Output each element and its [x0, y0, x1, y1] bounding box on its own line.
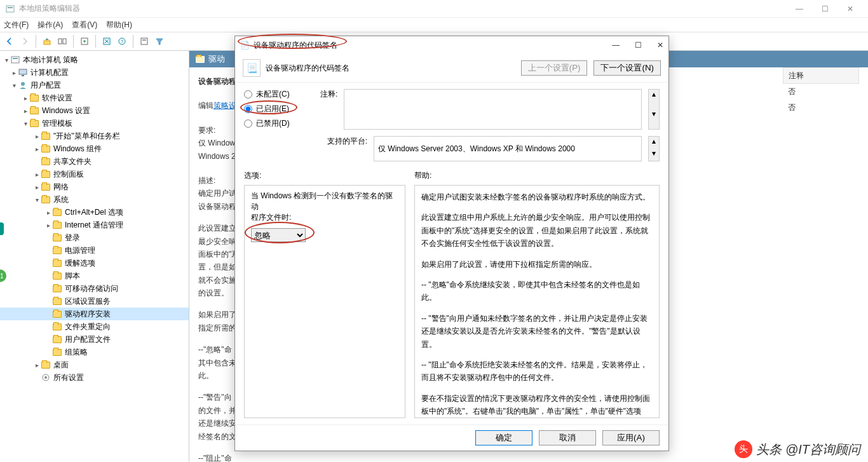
svg-rect-14	[22, 75, 24, 76]
platform-label: 支持的平台:	[320, 136, 367, 147]
comment-input[interactable]	[344, 89, 642, 130]
maximize-button[interactable]: ☐	[812, 1, 837, 17]
svg-rect-2	[44, 41, 50, 44]
dialog-close[interactable]: ✕	[657, 41, 663, 50]
svg-rect-9	[141, 38, 147, 44]
comment-label: 注释:	[320, 89, 337, 130]
computer-icon	[18, 67, 28, 78]
export-button[interactable]	[78, 34, 92, 48]
menu-action[interactable]: 操作(A)	[37, 20, 63, 31]
menubar: 文件(F) 操作(A) 查看(V) 帮助(H)	[0, 18, 868, 32]
nav-tree[interactable]: 51 ▾本地计算机 策略 ▸计算机配置 ▾用户配置 ▸软件设置 ▸Windows…	[0, 51, 189, 462]
svg-point-15	[21, 82, 25, 86]
tree-software-settings[interactable]: ▸软件设置	[0, 92, 189, 104]
tree-folder-redirect[interactable]: 文件夹重定向	[0, 320, 189, 333]
menu-view[interactable]: 查看(V)	[72, 20, 97, 31]
dialog-header-text: 设备驱动程序的代码签名	[266, 63, 349, 74]
radio-not-configured[interactable]: 未配置(C)	[244, 89, 308, 100]
options-label: 选项:	[244, 170, 405, 181]
close-button[interactable]: ✕	[837, 1, 863, 17]
comment-scrollbar[interactable]: ▴▾	[648, 89, 660, 130]
tree-shared-folders[interactable]: 共享文件夹	[0, 155, 189, 168]
dialog-maximize[interactable]: ☐	[635, 41, 642, 50]
tree-locale[interactable]: 区域设置服务	[0, 295, 189, 308]
svg-rect-1	[8, 7, 13, 8]
radio-enabled[interactable]: 已启用(E)	[244, 104, 308, 114]
forward-button[interactable]	[18, 34, 32, 48]
svg-rect-13	[19, 69, 27, 74]
tree-user-profile[interactable]: 用户配置文件	[0, 333, 189, 346]
tree-cad[interactable]: ▸Ctrl+Alt+Del 选项	[0, 206, 189, 219]
dialog-minimize[interactable]: —	[612, 41, 620, 50]
tree-power[interactable]: 电源管理	[0, 244, 189, 257]
tree-removable[interactable]: 可移动存储访问	[0, 282, 189, 295]
svg-rect-4	[63, 39, 66, 44]
platform-scrollbar[interactable]: ▴▾	[648, 136, 660, 161]
window-title: 本地组策略编辑器	[19, 3, 80, 14]
policy-dialog: 📄 设备驱动程序的代码签名 — ☐ ✕ 📃 设备驱动程序的代码签名 上一个设置(…	[234, 36, 669, 451]
tree-win-components[interactable]: ▸Windows 组件	[0, 142, 189, 155]
svg-rect-11	[11, 57, 19, 63]
refresh-button[interactable]	[100, 34, 114, 48]
help-panel[interactable]: 确定用户试图安装未经数字签名的设备驱动程序时系统的响应方式。 此设置建立组中用户…	[414, 185, 660, 418]
setting-icon: 📃	[243, 59, 261, 77]
svg-point-17	[44, 376, 47, 379]
menu-file[interactable]: 文件(F)	[4, 20, 29, 31]
svg-rect-0	[6, 6, 14, 12]
user-icon	[18, 80, 28, 90]
dialog-icon: 📄	[240, 41, 250, 50]
dialog-titlebar: 📄 设备驱动程序的代码签名 — ☐ ✕	[235, 36, 668, 54]
next-setting-button[interactable]: 下一个设置(N)	[593, 60, 661, 76]
prev-setting-button[interactable]: 上一个设置(P)	[521, 60, 588, 76]
help-label: 帮助:	[414, 170, 660, 181]
tree-system[interactable]: ▾系统	[0, 193, 189, 206]
list-columns: 注释 否 否	[783, 67, 859, 115]
svg-rect-12	[13, 58, 18, 59]
minimize-button[interactable]: —	[787, 1, 812, 17]
tree-network[interactable]: ▸网络	[0, 180, 189, 193]
dialog-footer: 确定 取消 应用(A)	[235, 425, 668, 451]
tree-admin-templates[interactable]: ▾管理模板	[0, 117, 189, 130]
svg-text:?: ?	[121, 39, 124, 44]
edit-policy-link[interactable]: 策略设	[214, 101, 236, 110]
tree-root[interactable]: ▾本地计算机 策略	[0, 53, 189, 66]
filter-button[interactable]	[153, 34, 166, 48]
tree-script[interactable]: 脚本	[0, 269, 189, 282]
dialog-title: 设备驱动程序的代码签名	[254, 40, 337, 51]
tree-login[interactable]: 登录	[0, 231, 189, 244]
tree-internet-comm[interactable]: ▸Internet 通信管理	[0, 219, 189, 231]
apply-button[interactable]: 应用(A)	[602, 430, 660, 445]
col-comment-header[interactable]: 注释	[783, 67, 859, 84]
menu-help[interactable]: 帮助(H)	[106, 20, 132, 31]
tree-mitigation[interactable]: 缓解选项	[0, 257, 189, 269]
up-button[interactable]	[40, 34, 54, 48]
tree-driver-install[interactable]: 驱动程序安装	[0, 308, 189, 320]
policy-icon	[10, 55, 20, 65]
cancel-button[interactable]: 取消	[539, 430, 596, 445]
svg-rect-10	[142, 39, 146, 41]
tree-windows-settings[interactable]: ▸Windows 设置	[0, 104, 189, 117]
ok-button[interactable]: 确定	[475, 430, 532, 445]
back-button[interactable]	[3, 34, 17, 48]
app-icon	[5, 4, 15, 14]
show-hide-button[interactable]	[55, 34, 69, 48]
settings-icon	[41, 372, 51, 383]
tree-all-settings[interactable]: 所有设置	[0, 371, 189, 384]
svg-rect-3	[58, 39, 62, 44]
platform-box: 仅 Windows Server 2003、Windows XP 和 Windo…	[374, 136, 642, 161]
dialog-header: 📃 设备驱动程序的代码签名 上一个设置(P) 下一个设置(N)	[235, 54, 668, 83]
tree-control-panel[interactable]: ▸控制面板	[0, 168, 189, 180]
tree-group-policy[interactable]: 组策略	[0, 346, 189, 358]
radio-disabled[interactable]: 已禁用(D)	[244, 118, 308, 129]
window-titlebar: 本地组策略编辑器 — ☐ ✕	[0, 0, 868, 18]
signing-action-select[interactable]: 忽略	[251, 228, 306, 242]
tree-desktop[interactable]: ▸桌面	[0, 358, 189, 371]
tree-computer-config[interactable]: ▸计算机配置	[0, 66, 189, 79]
help-icon[interactable]: ?	[115, 34, 129, 48]
properties-button[interactable]	[137, 34, 151, 48]
tree-user-config[interactable]: ▾用户配置	[0, 79, 189, 92]
options-panel: 当 Windows 检测到一个没有数字签名的驱动 程序文件时: 忽略	[244, 185, 405, 418]
tree-startmenu[interactable]: ▸"开始"菜单和任务栏	[0, 130, 189, 142]
